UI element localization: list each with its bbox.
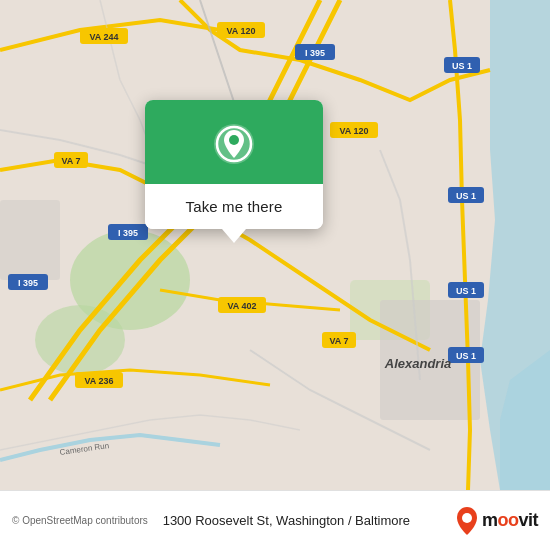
svg-text:VA 120: VA 120 xyxy=(226,26,255,36)
map-background: VA 244 VA 120 I 395 US 1 VA 120 US 1 VA … xyxy=(0,0,550,490)
bottom-bar: © OpenStreetMap contributors 1300 Roosev… xyxy=(0,490,550,550)
address-label: 1300 Roosevelt St, Washington / Baltimor… xyxy=(163,513,448,528)
svg-text:VA 7: VA 7 xyxy=(329,336,348,346)
svg-text:I 395: I 395 xyxy=(18,278,38,288)
moovit-text: moovit xyxy=(482,510,538,531)
svg-text:I 395: I 395 xyxy=(305,48,325,58)
svg-text:VA 402: VA 402 xyxy=(227,301,256,311)
map-container: VA 244 VA 120 I 395 US 1 VA 120 US 1 VA … xyxy=(0,0,550,490)
svg-text:US 1: US 1 xyxy=(456,351,476,361)
svg-text:US 1: US 1 xyxy=(452,61,472,71)
svg-text:VA 236: VA 236 xyxy=(84,376,113,386)
svg-rect-5 xyxy=(0,200,60,280)
svg-point-39 xyxy=(462,513,472,523)
svg-text:VA 244: VA 244 xyxy=(89,32,118,42)
location-pin-icon xyxy=(212,122,256,166)
moovit-pin-icon xyxy=(456,507,478,535)
moovit-logo: moovit xyxy=(456,507,538,535)
take-me-there-button[interactable]: Take me there xyxy=(145,184,323,229)
osm-attribution: © OpenStreetMap contributors xyxy=(12,515,155,526)
popup-card: Take me there xyxy=(145,100,323,229)
svg-text:US 1: US 1 xyxy=(456,286,476,296)
popup-triangle xyxy=(222,229,246,243)
svg-text:VA 7: VA 7 xyxy=(61,156,80,166)
svg-text:VA 120: VA 120 xyxy=(339,126,368,136)
svg-point-38 xyxy=(229,135,239,145)
svg-text:I 395: I 395 xyxy=(118,228,138,238)
svg-text:US 1: US 1 xyxy=(456,191,476,201)
popup-icon-area xyxy=(145,100,323,184)
svg-text:Alexandria: Alexandria xyxy=(384,356,451,371)
